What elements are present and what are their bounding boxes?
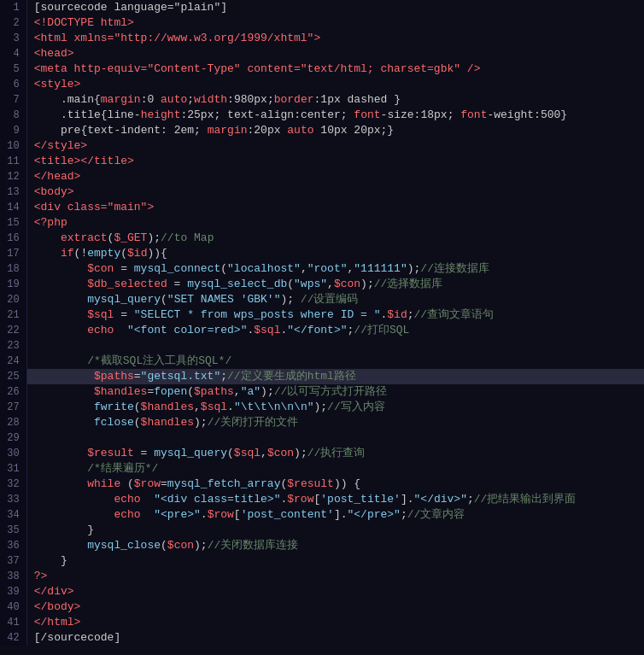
line-number: 8 xyxy=(0,108,26,123)
line-number: 23 xyxy=(0,338,26,354)
line-content: mysql_query("SET NAMES 'GBK'"); //设置编码 xyxy=(26,292,644,307)
code-line: 26 $handles=fopen($paths,"a");//以可写方式打开路… xyxy=(0,384,644,400)
code-line: 13<body> xyxy=(0,184,644,200)
line-number: 1 xyxy=(0,0,26,15)
code-line: 41</html> xyxy=(0,615,644,630)
line-number: 41 xyxy=(0,615,26,630)
line-number: 25 xyxy=(0,369,26,384)
line-number: 12 xyxy=(0,169,26,184)
line-number: 28 xyxy=(0,415,26,430)
code-line: 5<meta http-equiv="Content-Type" content… xyxy=(0,61,644,77)
line-content: $con = mysql_connect("localhost","root",… xyxy=(26,261,644,277)
line-number: 5 xyxy=(0,61,26,77)
code-line: 24 /*截取SQL注入工具的SQL*/ xyxy=(0,354,644,369)
line-number: 16 xyxy=(0,231,26,246)
code-viewer: 1[sourcecode language="plain"]2<!DOCTYPE… xyxy=(0,0,644,655)
line-content: <body> xyxy=(26,184,644,200)
line-content: fclose($handles);//关闭打开的文件 xyxy=(26,415,644,430)
code-table: 1[sourcecode language="plain"]2<!DOCTYPE… xyxy=(0,0,644,646)
code-line: 22 echo "<font color=red>".$sql."</font>… xyxy=(0,323,644,338)
code-line: 29 xyxy=(0,430,644,446)
code-line: 18 $con = mysql_connect("localhost","roo… xyxy=(0,261,644,277)
code-line: 2<!DOCTYPE html> xyxy=(0,15,644,31)
line-number: 6 xyxy=(0,77,26,92)
line-number: 17 xyxy=(0,246,26,261)
line-content xyxy=(26,430,644,446)
line-content: pre{text-indent: 2em; margin:20px auto 1… xyxy=(26,123,644,138)
line-number: 32 xyxy=(0,477,26,492)
line-number: 15 xyxy=(0,215,26,231)
code-line: 39</div> xyxy=(0,584,644,599)
line-content: if(!empty($id)){ xyxy=(26,246,644,261)
code-line: 12</head> xyxy=(0,169,644,184)
line-number: 34 xyxy=(0,507,26,523)
line-content: $handles=fopen($paths,"a");//以可写方式打开路径 xyxy=(26,384,644,400)
line-number: 42 xyxy=(0,630,26,646)
code-line: 17 if(!empty($id)){ xyxy=(0,246,644,261)
line-number: 35 xyxy=(0,523,26,538)
line-content: /*结果遍历*/ xyxy=(26,461,644,477)
code-line: 23 xyxy=(0,338,644,354)
code-line: 7 .main{margin:0 auto;width:980px;border… xyxy=(0,92,644,108)
line-number: 2 xyxy=(0,15,26,31)
line-number: 9 xyxy=(0,123,26,138)
code-line: 11<title></title> xyxy=(0,154,644,169)
line-content: [sourcecode language="plain"] xyxy=(26,0,644,15)
code-line: 34 echo "<pre>".$row['post_content']."</… xyxy=(0,507,644,523)
line-number: 11 xyxy=(0,154,26,169)
code-line: 38?> xyxy=(0,569,644,584)
line-content: ?> xyxy=(26,569,644,584)
line-content: fwrite($handles,$sql."\t\t\n\n\n");//写入内… xyxy=(26,400,644,415)
line-number: 19 xyxy=(0,277,26,292)
code-line: 21 $sql = "SELECT * from wps_posts where… xyxy=(0,307,644,323)
line-number: 13 xyxy=(0,184,26,200)
code-line: 1[sourcecode language="plain"] xyxy=(0,0,644,15)
code-line: 31 /*结果遍历*/ xyxy=(0,461,644,477)
line-number: 18 xyxy=(0,261,26,277)
code-line: 30 $result = mysql_query($sql,$con);//执行… xyxy=(0,446,644,461)
line-number: 24 xyxy=(0,354,26,369)
code-line: 25 $paths="getsql.txt";//定义要生成的html路径 xyxy=(0,369,644,384)
code-line: 33 echo "<div class=title>".$row['post_t… xyxy=(0,492,644,507)
line-content: <html xmlns="http://www.w3.org/1999/xhtm… xyxy=(26,31,644,46)
code-line: 8 .title{line-height:25px; text-align:ce… xyxy=(0,108,644,123)
line-number: 33 xyxy=(0,492,26,507)
line-number: 29 xyxy=(0,430,26,446)
line-number: 21 xyxy=(0,307,26,323)
line-content: </style> xyxy=(26,138,644,154)
line-number: 26 xyxy=(0,384,26,400)
line-content: $paths="getsql.txt";//定义要生成的html路径 xyxy=(26,369,644,384)
line-content: <div class="main"> xyxy=(26,200,644,215)
line-content: <title></title> xyxy=(26,154,644,169)
line-content: </head> xyxy=(26,169,644,184)
code-line: 4<head> xyxy=(0,46,644,61)
line-content: } xyxy=(26,523,644,538)
code-line: 40</body> xyxy=(0,599,644,615)
line-number: 27 xyxy=(0,400,26,415)
line-content: mysql_close($con);//关闭数据库连接 xyxy=(26,538,644,553)
line-content: <meta http-equiv="Content-Type" content=… xyxy=(26,61,644,77)
code-line: 19 $db_selected = mysql_select_db("wps",… xyxy=(0,277,644,292)
line-content: <style> xyxy=(26,77,644,92)
line-number: 3 xyxy=(0,31,26,46)
line-content: while ($row=mysql_fetch_array($result)) … xyxy=(26,477,644,492)
line-content: echo "<div class=title>".$row['post_titl… xyxy=(26,492,644,507)
line-content: } xyxy=(26,553,644,569)
line-number: 39 xyxy=(0,584,26,599)
line-number: 31 xyxy=(0,461,26,477)
line-number: 10 xyxy=(0,138,26,154)
line-number: 7 xyxy=(0,92,26,108)
line-content: [/sourcecode] xyxy=(26,630,644,646)
code-line: 9 pre{text-indent: 2em; margin:20px auto… xyxy=(0,123,644,138)
code-line: 42[/sourcecode] xyxy=(0,630,644,646)
line-number: 37 xyxy=(0,553,26,569)
line-content: <head> xyxy=(26,46,644,61)
line-content: </body> xyxy=(26,599,644,615)
code-line: 37 } xyxy=(0,553,644,569)
line-content xyxy=(26,338,644,354)
line-content: $db_selected = mysql_select_db("wps",$co… xyxy=(26,277,644,292)
line-content: echo "<pre>".$row['post_content']."</pre… xyxy=(26,507,644,523)
code-line: 36 mysql_close($con);//关闭数据库连接 xyxy=(0,538,644,553)
line-content: </div> xyxy=(26,584,644,599)
code-line: 32 while ($row=mysql_fetch_array($result… xyxy=(0,477,644,492)
